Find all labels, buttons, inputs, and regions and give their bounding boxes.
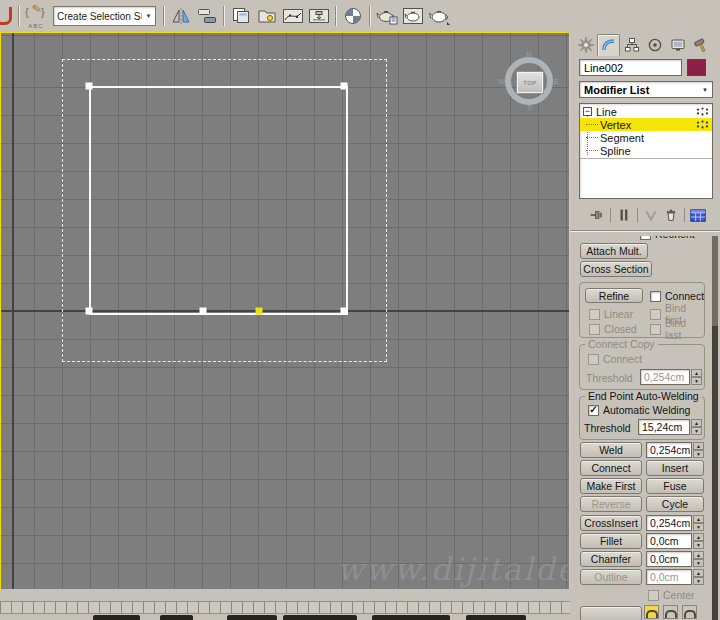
vertex-handle[interactable] [341,83,348,90]
object-name-field[interactable]: Line002 [579,59,682,76]
spinner-up-icon: ▲ [691,419,702,427]
chamfer-button[interactable]: Chamfer [580,551,642,567]
track-bar-ruler[interactable] [0,601,570,614]
linear-checkbox[interactable]: Linear [589,308,633,320]
remove-modifier-icon[interactable] [661,206,681,224]
crossinsert-button[interactable]: CrossInsert [580,515,642,531]
render-setup-icon[interactable] [374,3,400,29]
top-viewport[interactable]: N S E W TOP www.dijitalde [0,32,570,590]
modifier-list-dropdown[interactable]: Modifier List ▼ [579,81,713,98]
tab-hierarchy[interactable] [620,34,643,56]
connect-copy-threshold-spinner[interactable]: 0,254cm ▲ ▼ [640,369,702,385]
spinner-down-icon: ▼ [693,523,704,531]
vertex-handle[interactable] [86,83,93,90]
sub-object-icon [696,120,709,129]
collapse-icon[interactable]: − [583,107,592,116]
stack-row-segment[interactable]: Segment [580,131,712,144]
tab-utilities[interactable] [689,34,712,56]
make-unique-icon[interactable] [641,206,661,224]
closed-checkbox[interactable]: Closed [589,323,637,335]
tree-branch [586,150,598,152]
checkbox-box [650,324,661,335]
tab-modify[interactable] [597,34,620,56]
boolean-subtraction-icon[interactable] [663,605,678,619]
combo-dropdown-icon[interactable]: ▼ [141,13,155,19]
checkbox-box [588,354,599,365]
stack-row-line[interactable]: − Line [580,105,712,118]
material-editor-icon[interactable] [340,3,366,29]
object-color-swatch[interactable] [687,59,706,76]
snap-toggle-icon[interactable] [0,7,12,25]
weld-button[interactable]: Weld [580,442,642,458]
pin-stack-icon[interactable] [587,206,607,224]
fillet-button[interactable]: Fillet [580,533,642,549]
checkbox-box [650,309,661,320]
show-end-result-icon[interactable] [614,206,634,224]
selected-vertex-handle[interactable] [256,308,263,315]
insert-button[interactable]: Insert [646,460,704,476]
align-icon[interactable] [194,3,220,29]
stack-row-vertex[interactable]: Vertex [580,118,712,131]
bind-last-checkbox[interactable]: Bind last [650,323,704,335]
center-checkbox[interactable]: Center [648,589,695,601]
boolean-intersection-icon[interactable] [682,605,697,619]
checkbox-box [648,590,659,601]
tab-display[interactable] [666,34,689,56]
connect-copy-checkbox[interactable]: Connect [588,353,642,365]
rollout-scrollbar-thumb[interactable] [712,236,718,326]
boolean-union-icon[interactable] [644,605,659,619]
tree-branch [586,137,598,139]
attach-mult-button[interactable]: Attach Mult. [580,243,648,259]
boolean-button-clipped[interactable] [580,606,642,620]
refine-button[interactable]: Refine [585,288,643,303]
layer-manager-icon[interactable] [228,3,254,29]
fillet-spinner[interactable]: 0,0cm ▲ ▼ [646,533,704,549]
crossinsert-spinner[interactable]: 0,254cm ▲ ▼ [646,515,704,531]
line-spline-shape[interactable] [89,86,348,315]
tab-motion[interactable] [643,34,666,56]
spinner-up-icon: ▲ [693,442,704,450]
chamfer-spinner[interactable]: 0,0cm ▲ ▼ [646,551,704,567]
connect-checkbox[interactable]: Connect [650,290,704,302]
outline-button[interactable]: Outline [580,569,642,585]
tab-create[interactable] [574,34,597,56]
viewcube-top-face[interactable]: TOP [516,71,544,94]
vertex-handle[interactable] [86,308,93,315]
spinner-arrows[interactable]: ▲ ▼ [691,369,702,385]
spinner-arrows[interactable]: ▲ ▼ [691,419,702,435]
spinner-arrows[interactable]: ▲ ▼ [693,569,704,585]
spinner-arrows[interactable]: ▲ ▼ [693,515,704,531]
rendered-frame-window-icon[interactable] [400,3,426,29]
outline-spinner[interactable]: 0,0cm ▲ ▼ [646,569,704,585]
weld-value-spinner[interactable]: 0,254cm ▲ ▼ [646,442,704,458]
render-production-icon[interactable] [426,3,452,29]
spinner-arrows[interactable]: ▲ ▼ [693,533,704,549]
cycle-button[interactable]: Cycle [646,496,704,512]
weld-threshold-spinner[interactable]: 15,24cm ▲ ▼ [638,419,702,435]
reverse-button[interactable]: Reverse [580,496,642,512]
fuse-button[interactable]: Fuse [646,478,704,494]
bottom-bar [0,589,570,620]
curve-editor-icon[interactable] [280,3,306,29]
container-helper-icon[interactable] [254,3,280,29]
rollout-scrollbar[interactable] [712,236,718,620]
viewcube[interactable]: N S E W TOP [501,53,557,109]
stack-row-spline[interactable]: Spline [580,144,712,157]
vertex-handle[interactable] [341,308,348,315]
checkbox-box [650,291,661,302]
spinner-arrows[interactable]: ▲ ▼ [693,551,704,567]
configure-modifier-sets-icon[interactable] [688,206,708,224]
modifier-stack[interactable]: − Line Vertex Segment [579,103,713,199]
mirror-icon[interactable] [168,3,194,29]
connect-button[interactable]: Connect [580,460,642,476]
vertex-handle[interactable] [200,308,207,315]
command-panel: Line002 Modifier List ▼ − Line Vertex [570,32,720,620]
named-selection-set-combo[interactable]: Create Selection Se ▼ [53,6,156,26]
schematic-view-icon[interactable] [306,3,332,29]
automatic-welding-checkbox[interactable]: ✓ Automatic Welding [588,404,690,416]
make-first-button[interactable]: Make First [580,478,642,494]
reorient-checkbox[interactable]: Reorient [640,236,695,240]
edit-named-selection-sets-icon[interactable]: { ✎ } ABC [23,3,49,29]
spinner-arrows[interactable]: ▲ ▼ [693,442,704,458]
cross-section-button[interactable]: Cross Section [580,261,652,277]
